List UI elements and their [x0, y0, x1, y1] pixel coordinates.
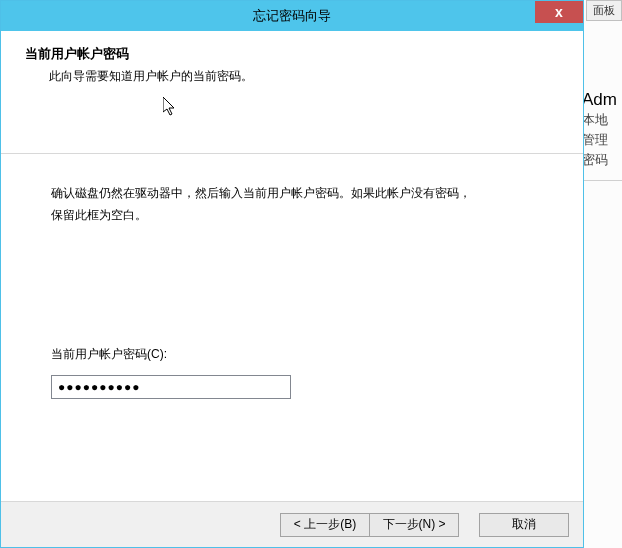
- cancel-button[interactable]: 取消: [479, 513, 569, 537]
- header-section: 当前用户帐户密码 此向导需要知道用户帐户的当前密码。: [1, 31, 583, 103]
- body-section: 确认磁盘仍然在驱动器中，然后输入当前用户帐户密码。如果此帐户没有密码， 保留此框…: [1, 154, 583, 399]
- page-subtext: 此向导需要知道用户帐户的当前密码。: [25, 67, 559, 85]
- wizard-window: 忘记密码向导 x 当前用户帐户密码 此向导需要知道用户帐户的当前密码。 确认磁盘…: [0, 0, 584, 548]
- instruction-text: 确认磁盘仍然在驱动器中，然后输入当前用户帐户密码。如果此帐户没有密码， 保留此框…: [51, 182, 533, 226]
- page-title: 当前用户帐户密码: [25, 45, 559, 63]
- back-button[interactable]: < 上一步(B): [280, 513, 370, 537]
- background-text-line: 本地: [582, 110, 622, 130]
- titlebar[interactable]: 忘记密码向导 x: [1, 1, 583, 31]
- background-divider: [578, 180, 622, 181]
- background-text-line: Adm: [582, 90, 622, 110]
- wizard-content: 当前用户帐户密码 此向导需要知道用户帐户的当前密码。 确认磁盘仍然在驱动器中，然…: [1, 31, 583, 501]
- password-input[interactable]: [51, 375, 291, 399]
- background-text-line: 管理: [582, 130, 622, 150]
- instruction-line: 确认磁盘仍然在驱动器中，然后输入当前用户帐户密码。如果此帐户没有密码，: [51, 186, 471, 200]
- instruction-line: 保留此框为空白。: [51, 208, 147, 222]
- password-field-label: 当前用户帐户密码(C):: [51, 346, 533, 363]
- next-button[interactable]: 下一步(N) >: [369, 513, 459, 537]
- background-content: Adm 本地 管理 密码: [582, 90, 622, 170]
- background-text-line: 密码: [582, 150, 622, 170]
- window-title: 忘记密码向导: [253, 7, 331, 25]
- close-icon: x: [555, 4, 563, 20]
- close-button[interactable]: x: [535, 1, 583, 23]
- wizard-footer: < 上一步(B) 下一步(N) > 取消: [1, 501, 583, 547]
- background-tab: 面板: [586, 0, 622, 21]
